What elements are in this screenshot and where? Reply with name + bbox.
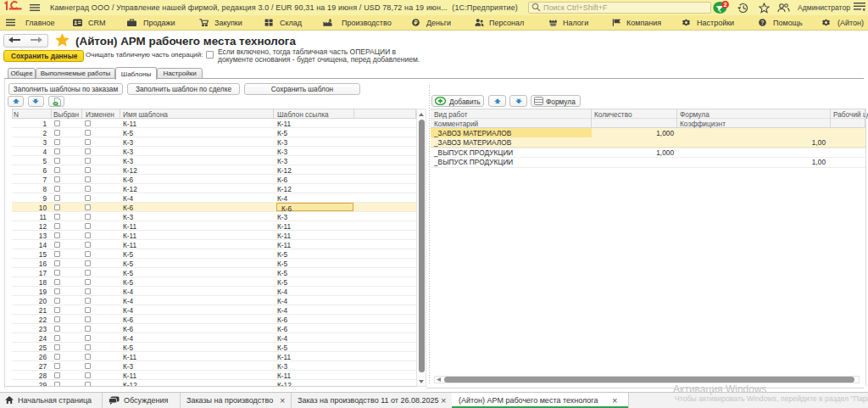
svg-text:?: ? bbox=[760, 20, 764, 25]
svg-text:2: 2 bbox=[724, 1, 727, 8]
